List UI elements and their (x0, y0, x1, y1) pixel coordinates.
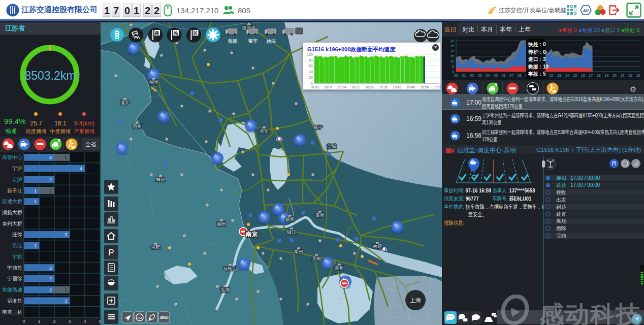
svg-text:3: 3 (68, 319, 71, 324)
svg-text:滁州: 滁州 (217, 221, 226, 226)
svg-text:12: 12 (549, 74, 553, 77)
svg-text:沿江: 沿江 (12, 243, 22, 248)
svg-text:80: 80 (309, 58, 313, 62)
svg-text:18: 18 (597, 74, 601, 77)
svg-text:到达: 到达 (556, 204, 566, 210)
svg-text:2: 2 (49, 287, 52, 292)
svg-text:02: 02 (470, 74, 474, 77)
svg-text:处置: 处置 (556, 211, 566, 217)
svg-text:完结: 完结 (556, 233, 566, 239)
svg-text:接报: 接报 (556, 175, 566, 181)
svg-text:04: 04 (486, 74, 490, 77)
svg-text:1: 1 (34, 188, 37, 193)
svg-text:出发: 出发 (556, 197, 566, 203)
svg-text:泰州大桥: 泰州大桥 (2, 221, 22, 226)
svg-text:16:21: 16:21 (351, 85, 360, 89)
svg-text:马鞍山: 马鞍山 (223, 266, 237, 271)
svg-text:送达: 送达 (556, 182, 566, 188)
svg-text:救援: 救援 (228, 39, 237, 44)
svg-text:上海: 上海 (410, 297, 421, 303)
svg-text:苏通大桥: 苏通大桥 (2, 199, 22, 204)
svg-text:4: 4 (83, 319, 86, 324)
svg-text:宿淮盐: 宿淮盐 (7, 298, 22, 304)
svg-text:宿州: 宿州 (133, 124, 142, 129)
svg-text:常州: 常州 (294, 249, 303, 254)
svg-text:全省: 全省 (85, 141, 96, 147)
svg-text:高管中心: 高管中心 (2, 154, 23, 160)
svg-text:16:28: 16:28 (365, 85, 374, 89)
svg-text:19: 19 (605, 74, 609, 77)
svg-text:1: 1 (65, 287, 67, 292)
svg-text:连徐: 连徐 (12, 232, 22, 237)
svg-text:100: 100 (307, 53, 313, 56)
svg-text:宁宿徐: 宁宿徐 (7, 276, 22, 281)
svg-text:25: 25 (450, 44, 454, 48)
svg-text:16:49: 16:49 (407, 85, 415, 89)
svg-text:南京三桥: 南京三桥 (2, 309, 22, 315)
svg-text:30: 30 (450, 39, 454, 43)
svg-text:17:05: 17:05 (434, 85, 441, 89)
svg-text:4V: 4V (583, 8, 589, 13)
svg-text:宁沪: 宁沪 (12, 166, 22, 171)
svg-text:20: 20 (613, 74, 617, 77)
svg-text:盐城: 盐城 (327, 144, 336, 149)
svg-text:13: 13 (557, 74, 561, 77)
svg-text:离场: 离场 (556, 218, 566, 224)
svg-text:蚌埠: 蚌埠 (156, 177, 165, 182)
svg-text:1: 1 (38, 319, 40, 324)
svg-text:22: 22 (628, 74, 632, 77)
svg-text:徐州: 徐州 (149, 80, 158, 85)
svg-text:镇江: 镇江 (286, 230, 296, 235)
svg-text:路: 路 (154, 30, 159, 36)
svg-text:合肥: 合肥 (151, 245, 160, 250)
svg-text:扬子江: 扬子江 (7, 188, 22, 193)
svg-text:17:00 / 00:00: 17:00 / 00:00 (570, 182, 600, 188)
svg-text:2: 2 (49, 276, 52, 281)
svg-text:东部高速: 东部高速 (2, 287, 22, 292)
svg-text:20: 20 (450, 49, 454, 53)
svg-text:23: 23 (636, 74, 640, 77)
svg-text:PA: PA (134, 35, 140, 40)
svg-text:淮北: 淮北 (120, 100, 130, 105)
svg-text:执法: 执法 (267, 39, 276, 44)
svg-text:无锡: 无锡 (312, 256, 321, 261)
svg-text:17: 17 (589, 74, 593, 77)
svg-text:10: 10 (450, 59, 454, 63)
svg-text:苏州: 苏州 (335, 266, 344, 271)
svg-text:3: 3 (65, 299, 67, 304)
svg-text:08: 08 (518, 74, 522, 77)
svg-text:京沪: 京沪 (12, 177, 22, 182)
svg-text:淮安: 淮安 (260, 128, 269, 134)
svg-text:00: 00 (454, 74, 458, 77)
svg-text:05: 05 (494, 74, 498, 77)
svg-text:16:14: 16:14 (338, 85, 346, 89)
svg-text:40: 40 (309, 70, 313, 74)
svg-text:JENO: JENO (159, 316, 169, 319)
svg-text:0: 0 (452, 70, 454, 74)
svg-text:扬州: 扬州 (285, 217, 295, 222)
svg-text:0: 0 (311, 82, 313, 85)
svg-text:16:56: 16:56 (421, 85, 429, 89)
svg-text:区: 区 (194, 30, 198, 36)
svg-text:3: 3 (65, 232, 67, 237)
svg-text:南京: 南京 (245, 231, 258, 238)
svg-text:1: 1 (65, 155, 67, 160)
svg-text:21: 21 (621, 74, 625, 77)
svg-text:20: 20 (309, 76, 313, 79)
svg-text:0: 0 (22, 319, 25, 324)
svg-text:60: 60 (309, 64, 313, 68)
svg-text:1: 1 (34, 199, 37, 204)
svg-text:2: 2 (49, 155, 52, 160)
svg-text:2: 2 (49, 177, 52, 182)
svg-text:16:00: 16:00 (310, 85, 319, 89)
svg-text:01: 01 (462, 74, 466, 77)
svg-text:16:07: 16:07 (324, 85, 333, 89)
svg-text:2: 2 (53, 319, 55, 324)
svg-text:宁靖盐: 宁靖盐 (7, 265, 22, 271)
svg-text:07: 07 (509, 74, 513, 77)
svg-text:16:42: 16:42 (393, 85, 402, 89)
svg-text:芜湖: 芜湖 (220, 287, 230, 292)
svg-text:17:00 / 00:00: 17:00 / 00:00 (570, 175, 600, 181)
svg-text:16:35: 16:35 (379, 85, 388, 89)
svg-text:03: 03 (478, 74, 482, 77)
